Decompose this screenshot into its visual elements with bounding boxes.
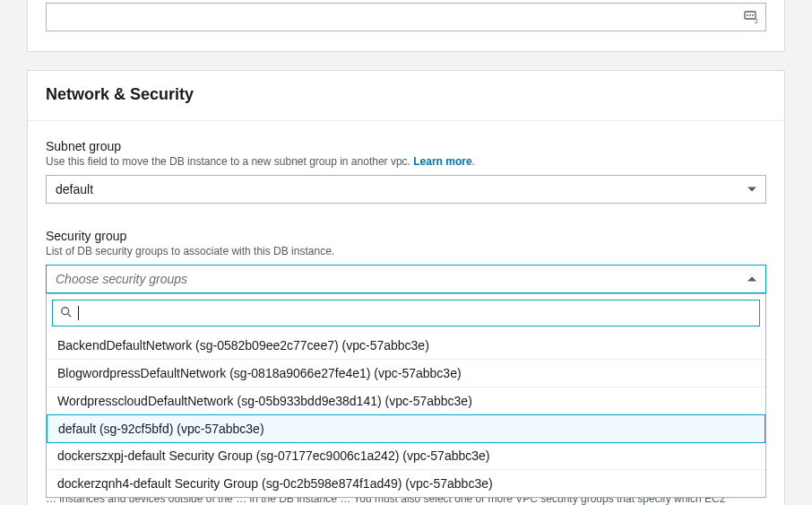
panel-title: Network & Security	[28, 71, 784, 121]
master-password-input[interactable]: 2	[46, 3, 766, 31]
security-group-option[interactable]: WordpresscloudDefaultNetwork (sg-05b933b…	[47, 387, 765, 415]
password-panel: Set a new password for the master DB ins…	[27, 0, 785, 52]
subnet-help: Use this field to move the DB instance t…	[46, 155, 766, 168]
security-group-search[interactable]	[52, 300, 760, 327]
security-group-select[interactable]: Choose security groups	[46, 265, 766, 293]
security-group-option[interactable]: dockerszxpj-default Security Group (sg-0…	[47, 442, 765, 470]
svg-point-5	[62, 307, 69, 314]
subnet-group-field: Subnet group Use this field to move the …	[46, 139, 766, 204]
chevron-down-icon	[747, 187, 756, 192]
svg-point-2	[749, 14, 751, 16]
security-help: List of DB security groups to associate …	[46, 245, 766, 257]
security-group-dropdown-list: BackendDefaultNetwork (sg-0582b09ee2c77c…	[46, 293, 766, 498]
chevron-up-icon	[747, 277, 756, 282]
security-group-field: Security group List of DB security group…	[46, 229, 766, 293]
password-generator-icon[interactable]: 2	[742, 8, 760, 26]
text-cursor	[78, 306, 79, 320]
security-label: Security group	[46, 229, 766, 243]
subnet-group-select[interactable]: default	[46, 175, 766, 204]
security-group-option[interactable]: BlogwordpressDefaultNetwork (sg-0818a906…	[47, 360, 765, 387]
security-group-option[interactable]: BackendDefaultNetwork (sg-0582b09ee2c77c…	[47, 332, 765, 360]
security-group-option[interactable]: dockerzqnh4-default Security Group (sg-0…	[47, 470, 765, 497]
search-icon	[60, 306, 73, 321]
svg-text:2: 2	[755, 18, 758, 24]
svg-line-6	[68, 313, 71, 316]
security-group-option[interactable]: default (sg-92cf5bfd) (vpc-57abbc3e)	[47, 414, 765, 443]
security-group-search-input[interactable]	[84, 306, 752, 320]
svg-point-1	[747, 14, 748, 16]
security-group-dropdown: Choose security groups	[46, 265, 766, 293]
subnet-learn-more-link[interactable]: Learn more	[413, 155, 471, 168]
subnet-group-value: default	[56, 182, 93, 196]
network-security-panel: Network & Security Subnet group Use this…	[27, 70, 785, 505]
security-placeholder: Choose security groups	[56, 272, 187, 286]
svg-point-3	[752, 14, 754, 16]
subnet-label: Subnet group	[46, 139, 766, 153]
